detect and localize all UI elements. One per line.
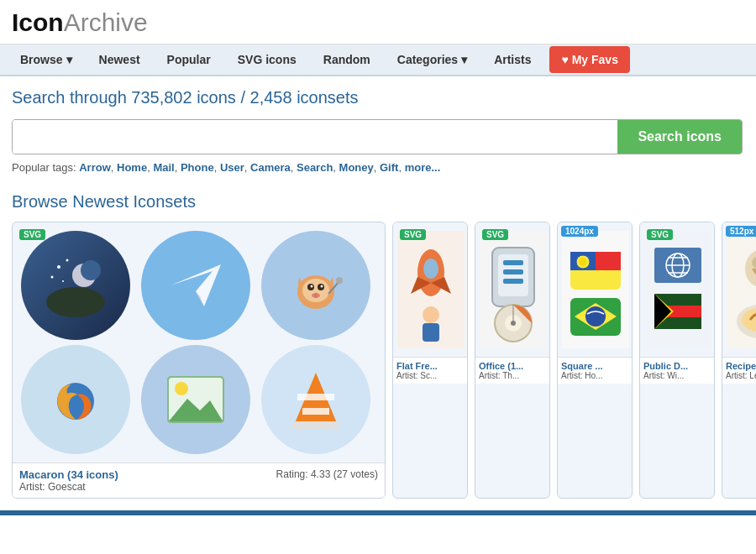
icon-firefox bbox=[21, 345, 130, 454]
cone-svg bbox=[291, 368, 341, 431]
icon-fox bbox=[261, 231, 370, 340]
small-card-0-img bbox=[393, 222, 468, 357]
nav-categories[interactable]: Categories ▾ bbox=[384, 44, 480, 75]
tag-arrow[interactable]: Arrow bbox=[79, 161, 111, 174]
small-card-0-artist: Artist: Sc... bbox=[396, 371, 464, 380]
nav-svg-icons-label: SVG icons bbox=[238, 53, 297, 66]
tag-mail[interactable]: Mail bbox=[153, 161, 174, 174]
small-card-1[interactable]: SVG bbox=[475, 222, 550, 499]
svg-point-20 bbox=[336, 277, 343, 284]
small-card-0-footer: Flat Fre... Artist: Sc... bbox=[393, 357, 467, 384]
svg-point-45 bbox=[511, 321, 516, 326]
nav-artists[interactable]: Artists bbox=[480, 44, 544, 75]
svg-point-34 bbox=[423, 259, 438, 279]
small-card-0[interactable]: SVG Flat Fre... bbox=[392, 222, 468, 499]
bottom-bar bbox=[0, 510, 756, 515]
small-card-2-footer: Square ... Artist: Ho... bbox=[558, 357, 632, 384]
main-card-rating: Rating: 4.33 (27 votes) bbox=[276, 468, 378, 480]
flat-fre-svg bbox=[397, 231, 465, 348]
small-card-4-footer: Recipes... Artist: Le... bbox=[722, 357, 756, 384]
svg-badge-0: SVG bbox=[400, 229, 426, 240]
svg-point-23 bbox=[175, 382, 188, 395]
small-card-3-footer: Public D... Artist: Wi... bbox=[640, 357, 714, 384]
main-card-footer: Rating: 4.33 (27 votes) Macaron (34 icon… bbox=[13, 463, 385, 498]
logo-icon-part: Icon bbox=[12, 8, 64, 36]
small-card-1-footer: Office (1... Artist: Th... bbox=[475, 357, 549, 384]
site-logo[interactable]: IconArchive bbox=[12, 8, 744, 37]
nav-artists-label: Artists bbox=[494, 53, 531, 66]
small-card-4-title[interactable]: Recipes... bbox=[726, 361, 756, 371]
small-card-2[interactable]: 1024px bbox=[557, 222, 633, 499]
svg-rect-40 bbox=[503, 260, 523, 265]
svg-point-12 bbox=[302, 279, 329, 302]
small-card-2-title[interactable]: Square ... bbox=[561, 361, 628, 371]
logo-archive-part: Archive bbox=[64, 8, 148, 36]
small-card-3-title[interactable]: Public D... bbox=[643, 361, 711, 371]
search-input[interactable] bbox=[13, 120, 617, 154]
tag-more[interactable]: more... bbox=[405, 161, 441, 174]
small-card-1-title[interactable]: Office (1... bbox=[479, 361, 546, 371]
icon-paper-plane bbox=[141, 231, 250, 340]
svg-point-5 bbox=[51, 276, 54, 279]
icon-traffic-cone bbox=[261, 345, 370, 454]
tag-gift[interactable]: Gift bbox=[380, 161, 398, 174]
nav-random[interactable]: Random bbox=[310, 44, 384, 75]
small-card-4-inner: 512px bbox=[722, 222, 756, 357]
nav-browse[interactable]: Browse ▾ bbox=[7, 44, 86, 75]
tag-money[interactable]: Money bbox=[339, 161, 374, 174]
svg-point-6 bbox=[62, 280, 64, 282]
popular-tags: Popular tags: Arrow, Home, Mail, Phone, … bbox=[12, 161, 744, 182]
main-nav: Browse ▾ Newest Popular SVG icons Random… bbox=[0, 44, 756, 76]
small-card-2-artist: Artist: Ho... bbox=[561, 371, 628, 380]
tag-phone[interactable]: Phone bbox=[181, 161, 214, 174]
iconset-row: SVG bbox=[12, 222, 744, 499]
nav-popular-label: Popular bbox=[167, 53, 211, 66]
nav-browse-label: Browse bbox=[20, 53, 63, 66]
svg-point-16 bbox=[321, 285, 323, 288]
paper-plane-svg bbox=[166, 256, 225, 315]
small-card-1-artist: Artist: Th... bbox=[479, 371, 546, 380]
nav-svg-icons[interactable]: SVG icons bbox=[224, 44, 310, 75]
search-tagline: Search through 735,802 icons / 2,458 ico… bbox=[12, 88, 744, 107]
main-iconset-card[interactable]: SVG bbox=[12, 222, 386, 499]
small-card-3[interactable]: SVG bbox=[639, 222, 715, 499]
site-header: IconArchive bbox=[0, 0, 756, 44]
small-card-1-img bbox=[475, 222, 550, 357]
tag-user[interactable]: User bbox=[220, 161, 244, 174]
office-svg bbox=[480, 231, 547, 348]
small-card-3-inner: SVG bbox=[640, 222, 714, 357]
svg-rect-27 bbox=[297, 394, 334, 400]
nav-favs-label: ♥ My Favs bbox=[561, 53, 617, 66]
svg-point-3 bbox=[57, 265, 60, 269]
svg-point-4 bbox=[66, 259, 69, 262]
square-svg bbox=[562, 231, 629, 348]
small-card-0-title[interactable]: Flat Fre... bbox=[396, 361, 464, 371]
search-button[interactable]: Search icons bbox=[617, 120, 742, 154]
search-bar: Search icons bbox=[12, 119, 743, 154]
search-area: Search through 735,802 icons / 2,458 ico… bbox=[0, 76, 756, 182]
firefox-svg bbox=[42, 366, 109, 433]
small-card-2-inner: 1024px bbox=[558, 222, 632, 357]
nav-random-label: Random bbox=[323, 53, 370, 66]
image-svg bbox=[166, 375, 225, 424]
nav-favs[interactable]: ♥ My Favs bbox=[549, 46, 629, 73]
svg-badge-1: SVG bbox=[482, 229, 508, 240]
tag-camera[interactable]: Camera bbox=[250, 161, 291, 174]
small-card-4[interactable]: 512px Re bbox=[722, 222, 756, 499]
small-card-2-img bbox=[558, 222, 633, 357]
main-card-artist: Artist: Goescat bbox=[19, 481, 378, 493]
public-svg bbox=[644, 231, 711, 348]
small-card-4-artist: Artist: Le... bbox=[726, 371, 756, 380]
tag-search[interactable]: Search bbox=[297, 161, 333, 174]
tag-home[interactable]: Home bbox=[117, 161, 147, 174]
icon-image bbox=[141, 345, 250, 454]
nav-popular[interactable]: Popular bbox=[154, 44, 224, 75]
small-card-3-artist: Artist: Wi... bbox=[643, 371, 711, 380]
browse-section: Browse Newest Iconsets SVG bbox=[0, 182, 756, 499]
main-card-inner: SVG bbox=[13, 222, 385, 463]
svg-rect-42 bbox=[503, 279, 523, 284]
px-badge-2: 1024px bbox=[561, 226, 598, 237]
recipes-svg bbox=[727, 231, 756, 348]
svg-rect-29 bbox=[292, 421, 339, 430]
nav-newest[interactable]: Newest bbox=[86, 44, 154, 75]
